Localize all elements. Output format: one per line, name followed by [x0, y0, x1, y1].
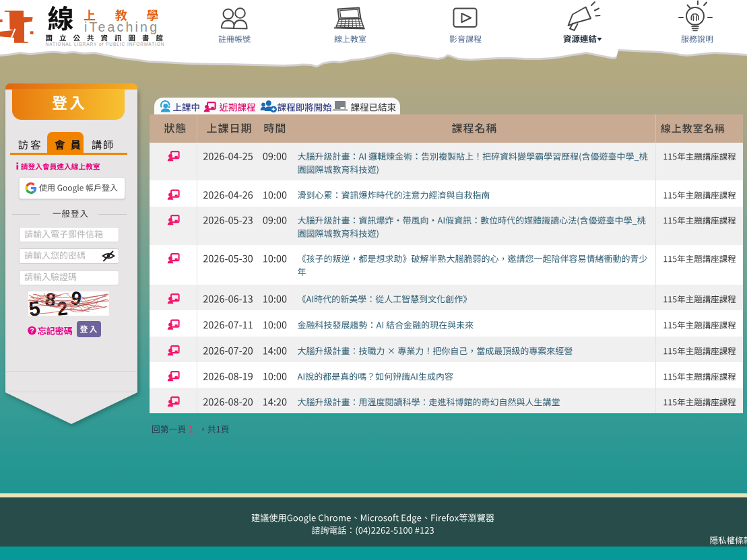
svg-text:?: ?: [30, 327, 34, 335]
